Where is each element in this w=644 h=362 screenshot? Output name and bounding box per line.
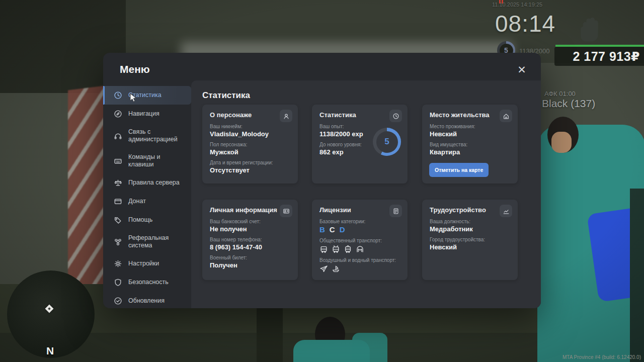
field-label: Общественный транспорт: [319, 238, 400, 243]
field: Город трудоустройства: Невский [430, 237, 510, 251]
field: Ваш банковский счет: Не получен [210, 219, 290, 233]
card-residence: Место жительства Место проживания: Невск… [422, 105, 518, 184]
gear-icon [114, 259, 122, 268]
referral-nodes-icon [114, 238, 122, 246]
sidebar-item-admin-contact[interactable]: Связь с администрацией [103, 123, 191, 148]
page-title: Статистика [202, 90, 250, 101]
field-label: Ваш опыт: [319, 124, 372, 129]
mark-on-map-button[interactable]: Отметить на карте [429, 163, 489, 177]
field: Дата и время регистрации: Отсутствует [210, 160, 290, 174]
sidebar-item-referral[interactable]: Реферальная система [103, 229, 191, 254]
sidebar-item-label: Команды и клавиши [128, 153, 186, 168]
field-label: Вид имущества: [430, 142, 510, 147]
sidebar-item-label: Связь с администрацией [128, 128, 186, 143]
hud-clock: 08:14 [495, 10, 555, 37]
field: Пол персонажа: Мужской [210, 142, 290, 156]
field-value: Отсутствует [210, 166, 290, 174]
field-value: Квартира [430, 148, 510, 156]
bus-icon [319, 245, 328, 253]
sidebar-item-help[interactable]: Помощь [103, 211, 191, 229]
fist-icon [579, 14, 605, 42]
field-label: Пол персонажа: [210, 142, 290, 147]
card-about-character: О персонаже Ваш никнейм: Vladislav_Molod… [202, 105, 298, 184]
card-title: О персонаже [210, 111, 290, 119]
card-icon [114, 197, 122, 206]
boat-icon [332, 264, 340, 273]
sidebar-item-label: Помощь [128, 216, 152, 224]
category-b: B [319, 225, 325, 234]
money-amount: 2 177 913₽ [573, 49, 640, 64]
mouse-cursor-icon [130, 93, 137, 102]
sidebar-item-statistics[interactable]: Статистика [103, 86, 191, 105]
category-d: D [340, 225, 345, 234]
license-categories: B C D [319, 225, 400, 234]
close-icon[interactable]: ✕ [516, 64, 528, 76]
field-value: Мужской [210, 148, 290, 156]
field-label: Ваш банковский счет: [210, 219, 290, 224]
card-title: Личная информация [210, 206, 290, 214]
field: Место проживания: Невский [430, 124, 510, 138]
level-number: 5 [376, 131, 398, 153]
sidebar: Статистика Навигация Связь с администрац… [103, 86, 191, 303]
sidebar-item-label: Обновления [128, 297, 165, 305]
sidebar-item-security[interactable]: Безопасность [103, 273, 191, 292]
field-label: Город трудоустройства: [430, 237, 510, 242]
clock-icon [389, 110, 402, 122]
sidebar-item-navigation[interactable]: Навигация [103, 105, 191, 123]
headphones-icon [114, 132, 122, 140]
sidebar-item-server-rules[interactable]: Правила сервера [103, 173, 191, 192]
field-value: 862 exp [319, 148, 372, 156]
field-label: Ваш никнейм: [210, 124, 290, 129]
card-licenses: Лицензии Базовые категории: B C D Общест… [312, 200, 408, 280]
sidebar-item-donate[interactable]: Донат [103, 192, 191, 211]
level-progress-ring: 5 [373, 128, 401, 156]
server-build-label: MTA Province #4 (build: 6.12420.0) [562, 354, 641, 360]
field-label: Базовые категории: [319, 219, 400, 224]
card-title: Трудоустройство [430, 206, 510, 214]
sidebar-item-commands-keys[interactable]: Команды и клавиши [103, 148, 191, 173]
scene-character-small [352, 333, 387, 362]
sidebar-item-settings[interactable]: Настройки [103, 254, 191, 273]
card-statistics: Статистика Ваш опыт: 1138/2000 exp До но… [312, 105, 408, 184]
card-title: Статистика [319, 111, 400, 119]
field-value: Получен [210, 261, 290, 269]
id-card-icon [280, 205, 292, 217]
field-value: Невский [430, 243, 510, 251]
field-label: Дата и время регистрации: [210, 160, 290, 165]
field: До нового уровня: 862 exp [319, 142, 372, 156]
public-transport-icons [319, 245, 400, 253]
sidebar-item-label: Донат [128, 198, 146, 205]
card-employment: Трудоустройство Ваша должность: Медработ… [422, 200, 518, 280]
field: Ваш номер телефона: 8 (963) 154-47-40 [210, 237, 290, 251]
keyboard-icon [114, 157, 122, 165]
field-label: Воздушный и водный транспорт: [319, 257, 400, 263]
sidebar-item-label: Безопасность [128, 279, 169, 286]
scene-character-right-face [551, 132, 572, 153]
player-nametag: Black (137) [542, 98, 595, 110]
sidebar-item-updates[interactable]: Обновления [103, 292, 191, 310]
field-label: Ваш номер телефона: [210, 237, 290, 242]
field: Военный билет: Получен [210, 255, 290, 269]
main-menu-window: Меню ✕ Статистика Навигация Связь с адми… [103, 53, 541, 308]
category-c: C [330, 225, 335, 234]
sidebar-item-label: Навигация [128, 110, 159, 118]
field-value: Vladislav_Molodoy [210, 130, 290, 138]
sidebar-item-label: Настройки [128, 260, 159, 267]
field-label: Ваша должность: [430, 219, 510, 224]
shield-icon [114, 278, 122, 287]
card-title: Лицензии [319, 206, 400, 214]
money-panel: 2 177 913₽ [554, 47, 644, 66]
home-icon [500, 110, 512, 122]
menu-title: Меню [120, 63, 150, 75]
card-title: Место жительства [430, 111, 510, 119]
trolleybus-icon [332, 245, 340, 253]
chart-line-icon [500, 205, 512, 217]
field-value: Невский [430, 130, 510, 138]
document-icon [389, 205, 402, 217]
check-circle-icon [114, 297, 122, 305]
hud-datetime: 11.10.2025 14:19:25 [492, 2, 542, 8]
field: Ваш никнейм: Vladislav_Molodoy [210, 124, 290, 138]
field-label: Военный билет: [210, 255, 290, 260]
scene-character-legs [257, 307, 283, 362]
field-value: Медработник [430, 225, 510, 233]
